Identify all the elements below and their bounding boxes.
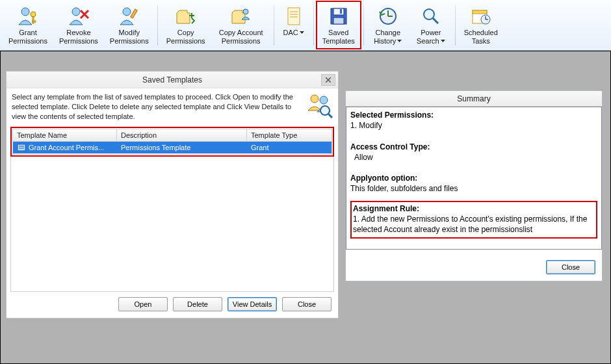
label: Change: [375, 29, 400, 37]
assignment-rule-highlight: Assignment Rule: 1. Add the new Permissi…: [350, 201, 597, 239]
svg-rect-15: [333, 8, 344, 15]
dialog-close-button[interactable]: [321, 74, 335, 86]
label: Modify: [119, 29, 140, 37]
svg-rect-8: [131, 9, 137, 18]
svg-rect-3: [32, 21, 36, 22]
assignment-rule-value: 1. Add the new Permissions to Account's …: [353, 214, 595, 235]
label: Tasks: [472, 37, 490, 46]
dialog-button-row: Open Delete View Details Close: [6, 292, 338, 318]
label: [292, 37, 294, 46]
power-search-icon: [420, 5, 442, 27]
applyonto-label: Applyonto option:: [350, 174, 417, 183]
modify-permissions-button[interactable]: Modify Permissions: [104, 2, 155, 49]
cell-desc: Permissions Template: [117, 144, 247, 151]
dropdown-arrow-icon: [441, 40, 445, 42]
label: History: [374, 37, 402, 46]
svg-rect-17: [340, 9, 342, 14]
users-search-icon: [307, 92, 333, 118]
copy-account-permissions-button[interactable]: Copy Account Permissions: [211, 2, 271, 49]
close-button[interactable]: Close: [282, 297, 332, 311]
modify-permissions-icon: [118, 5, 140, 27]
table-row[interactable]: Grant Account Permis... Permissions Temp…: [13, 142, 332, 153]
grant-permissions-button[interactable]: Grant Permissions: [3, 2, 53, 49]
separator: [157, 5, 158, 46]
delete-button[interactable]: Delete: [173, 297, 222, 311]
saved-templates-icon: [328, 5, 350, 27]
cell-type: Grant: [247, 144, 332, 151]
grid-header: Template Name Description Template Type: [12, 129, 332, 142]
dropdown-arrow-icon: [397, 40, 402, 42]
dialog-titlebar: Saved Templates: [6, 72, 338, 88]
copy-permissions-icon: [175, 5, 197, 27]
svg-rect-24: [473, 10, 487, 14]
close-icon: [326, 77, 331, 83]
change-history-button[interactable]: Change History: [367, 2, 410, 49]
copy-account-permissions-icon: [230, 5, 252, 27]
access-control-type-label: Access Control Type:: [350, 142, 430, 151]
summary-title: Summary: [346, 91, 602, 107]
svg-point-28: [311, 95, 318, 103]
label: Grant: [19, 29, 37, 37]
dac-button[interactable]: DAC: [277, 2, 311, 49]
applyonto-value: This folder, subfolders and files: [350, 183, 597, 194]
scheduled-tasks-button[interactable]: Scheduled Tasks: [458, 2, 504, 49]
template-grid-highlight: Template Name Description Template Type …: [10, 127, 334, 157]
summary-body: Selected Permissions: 1. Modify Access C…: [346, 107, 602, 250]
svg-line-31: [328, 114, 332, 118]
saved-templates-dialog: Saved Templates Select any template from…: [6, 71, 339, 318]
grid-body: Grant Account Permis... Permissions Temp…: [12, 142, 332, 155]
svg-point-30: [320, 106, 330, 115]
selected-permissions-label: Selected Permissions:: [350, 110, 434, 120]
label: Permissions: [59, 37, 98, 46]
label: Scheduled: [464, 29, 498, 37]
separator: [274, 5, 274, 46]
cell-name: Grant Account Permis...: [29, 144, 104, 151]
label: Permissions: [110, 37, 149, 46]
svg-rect-32: [18, 144, 25, 151]
label: DAC: [283, 29, 304, 37]
dac-icon: [283, 5, 305, 27]
svg-point-1: [31, 12, 36, 17]
dropdown-arrow-icon: [300, 31, 304, 34]
revoke-permissions-button[interactable]: Revoke Permissions: [53, 2, 104, 49]
svg-rect-10: [288, 8, 300, 25]
svg-rect-16: [333, 18, 344, 24]
scheduled-tasks-icon: [470, 5, 492, 27]
summary-panel: Summary Selected Permissions: 1. Modify …: [345, 90, 603, 281]
summary-content[interactable]: Selected Permissions: 1. Modify Access C…: [346, 107, 602, 250]
workspace: Saved Templates Select any template from…: [0, 51, 611, 364]
ribbon-toolbar: Grant Permissions Revoke Permissions Mod…: [0, 0, 611, 51]
svg-line-22: [433, 18, 438, 23]
label: Power: [421, 29, 441, 37]
svg-point-29: [320, 96, 328, 104]
svg-point-0: [21, 8, 29, 16]
svg-point-21: [424, 9, 434, 20]
change-history-icon: [377, 5, 399, 27]
copy-permissions-button[interactable]: Copy Permissions: [161, 2, 211, 49]
grid-empty-area: [10, 157, 334, 292]
dialog-intro-text: Select any template from the list of sav…: [12, 92, 302, 122]
open-button[interactable]: Open: [118, 297, 168, 311]
col-template-type[interactable]: Template Type: [247, 129, 332, 141]
access-control-type-value: Allow: [350, 152, 597, 162]
label: Copy: [177, 29, 194, 37]
label: Templates: [322, 37, 355, 46]
dialog-title: Saved Templates: [142, 75, 202, 84]
label: Permissions: [166, 37, 205, 46]
svg-point-9: [243, 9, 248, 14]
view-details-button[interactable]: View Details: [228, 297, 277, 311]
label: Revoke: [66, 29, 90, 37]
summary-close-button[interactable]: Close: [546, 260, 595, 274]
power-search-button[interactable]: Power Search: [410, 2, 452, 49]
assignment-rule-label: Assignment Rule:: [353, 204, 419, 213]
col-template-name[interactable]: Template Name: [13, 129, 117, 141]
dialog-intro: Select any template from the list of sav…: [6, 88, 338, 127]
template-item-icon: [17, 143, 26, 152]
saved-templates-button[interactable]: Saved Templates: [317, 2, 361, 49]
svg-point-7: [123, 8, 131, 16]
label: Search: [417, 37, 445, 46]
col-description[interactable]: Description: [117, 129, 247, 141]
label: Permissions: [8, 37, 47, 46]
label: Saved: [328, 29, 348, 37]
label: Permissions: [222, 37, 261, 46]
